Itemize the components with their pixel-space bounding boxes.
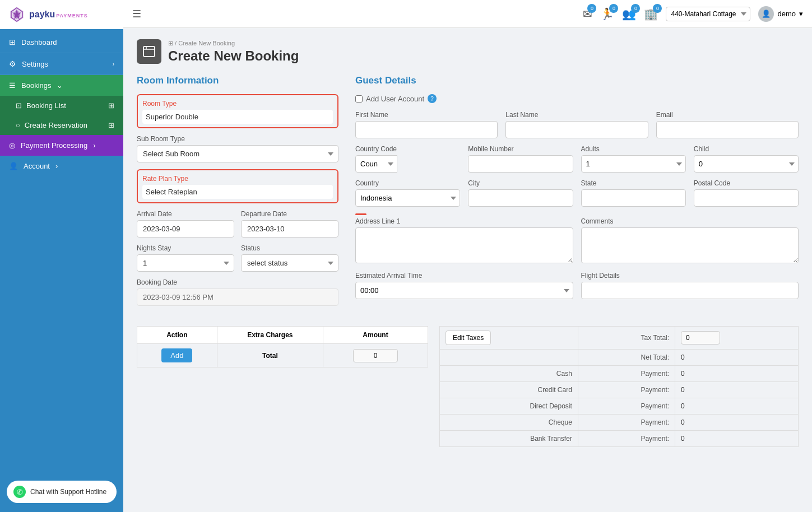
logo: payku PAYMENTS xyxy=(0,0,123,29)
bookings-icon: ☰ xyxy=(9,81,16,90)
sub-room-group: Sub Room Type Select Sub Room xyxy=(137,135,338,162)
nights-label: Nights Stay xyxy=(137,244,234,252)
adults-select[interactable]: 1 xyxy=(581,155,686,173)
comments-textarea[interactable] xyxy=(581,227,799,263)
settings-icon: ⚙ xyxy=(9,59,16,68)
state-input[interactable] xyxy=(581,189,686,207)
add-button[interactable]: Add xyxy=(161,348,192,362)
add-user-row: Add User Account ? xyxy=(355,94,799,103)
tax-total-input[interactable] xyxy=(681,331,720,345)
deposit-type: Direct Deposit xyxy=(440,398,578,415)
rate-plan-label: Rate Plan Type xyxy=(142,175,333,183)
deposit-label: Payment: xyxy=(578,398,675,415)
table-row: Add Total xyxy=(137,344,428,367)
nights-group: Nights Stay 1 xyxy=(137,244,234,272)
departure-input[interactable] xyxy=(241,220,338,238)
room-type-select[interactable]: Superior Double xyxy=(142,110,333,124)
address-textarea[interactable] xyxy=(355,227,573,263)
cheque-label: Payment: xyxy=(578,415,675,431)
chat-support-label: Chat with Support Hotline xyxy=(30,488,106,496)
edit-taxes-cell: Edit Taxes xyxy=(440,327,578,350)
hamburger-icon[interactable]: ☰ xyxy=(132,8,141,20)
sidebar-item-account[interactable]: 👤 Account › xyxy=(0,156,123,176)
est-arrival-label: Estimated Arrival Time xyxy=(355,272,573,280)
sidebar-bookings-label: Bookings xyxy=(21,81,51,90)
notification-group-icon[interactable]: 👥 0 xyxy=(622,7,636,21)
status-select[interactable]: select status xyxy=(241,254,338,272)
add-user-label: Add User Account xyxy=(366,95,424,103)
notification-users-icon[interactable]: 🏃 0 xyxy=(600,7,614,21)
departure-label: Departure Date xyxy=(241,210,338,218)
bank-label: Payment: xyxy=(578,431,675,447)
page-icon xyxy=(137,39,161,64)
dates-row: Arrival Date Departure Date xyxy=(137,210,338,244)
payment-taxes-row: Edit Taxes Tax Total: xyxy=(440,327,799,350)
postal-input[interactable] xyxy=(694,189,799,207)
cc-label: Payment: xyxy=(578,382,675,398)
country-code-select[interactable]: Coun xyxy=(355,155,397,173)
child-select[interactable]: 0 xyxy=(694,155,799,173)
mobile-label: Mobile Number xyxy=(468,145,573,153)
breadcrumb-link[interactable]: ⊞ xyxy=(168,40,173,46)
city-input[interactable] xyxy=(468,189,573,207)
arrival-input[interactable] xyxy=(137,220,234,238)
sidebar-item-payment[interactable]: ◎ Payment Processing › xyxy=(0,135,123,156)
est-arrival-select[interactable]: 00:00 xyxy=(355,282,573,299)
notification-bell-icon[interactable]: ✉ 0 xyxy=(583,7,592,21)
cash-value: 0 xyxy=(675,366,799,382)
sidebar-item-dashboard[interactable]: ⊞ Dashboard xyxy=(0,31,123,53)
sidebar-payment-label: Payment Processing xyxy=(21,141,87,150)
adults-label: Adults xyxy=(581,145,686,153)
rate-plan-select[interactable]: Select Rateplan xyxy=(142,185,333,199)
payment-icon: ◎ xyxy=(9,141,15,150)
settings-arrow-icon: › xyxy=(113,61,114,67)
sidebar-dashboard-label: Dashboard xyxy=(21,38,57,46)
room-type-group: Room Type Superior Double xyxy=(137,94,338,128)
sidebar-item-bookings[interactable]: ☰ Bookings ⌄ xyxy=(0,75,123,96)
charges-total-label: Total xyxy=(262,352,278,360)
tax-total-label: Tax Total: xyxy=(578,327,675,350)
first-name-input[interactable] xyxy=(355,121,498,138)
sidebar-item-create-reservation[interactable]: ○ Create Reservation ⊞ xyxy=(0,115,123,135)
departure-group: Departure Date xyxy=(241,210,338,238)
sidebar-item-settings[interactable]: ⚙ Settings › xyxy=(0,53,123,75)
brand-name: payku xyxy=(29,10,55,20)
child-group: Child 0 xyxy=(694,145,799,173)
flight-input[interactable] xyxy=(581,282,799,299)
add-user-checkbox[interactable] xyxy=(355,95,363,103)
chat-support-button[interactable]: ✆ Chat with Support Hotline xyxy=(7,481,117,503)
booking-date-input xyxy=(137,288,338,306)
deposit-payment-row: Direct Deposit Payment: 0 xyxy=(440,398,799,415)
status-group: Status select status xyxy=(241,244,338,272)
payment-table: Edit Taxes Tax Total: Net Total: 0 xyxy=(439,326,799,447)
notification-building-icon[interactable]: 🏢 0 xyxy=(644,7,658,21)
main-content: ⊞ / Create New Booking Create New Bookin… xyxy=(123,28,812,512)
info-icon[interactable]: ? xyxy=(428,94,437,103)
first-name-group: First Name xyxy=(355,111,498,138)
property-select[interactable]: 440-Matahari Cottage xyxy=(666,7,750,21)
last-name-input[interactable] xyxy=(505,121,648,138)
country-select[interactable]: Indonesia xyxy=(355,189,460,207)
city-group: City xyxy=(468,179,573,207)
create-res-icon: ○ xyxy=(16,121,20,129)
arrival-label: Arrival Date xyxy=(137,210,234,218)
account-icon: 👤 xyxy=(9,162,18,170)
mobile-input[interactable] xyxy=(468,155,573,173)
arrival-time-row: Estimated Arrival Time 00:00 Flight Deta… xyxy=(355,272,799,299)
edit-taxes-button[interactable]: Edit Taxes xyxy=(446,331,491,345)
sub-room-select[interactable]: Select Sub Room xyxy=(137,145,338,162)
net-total-value: 0 xyxy=(675,350,799,366)
user-menu[interactable]: 👤 demo ▾ xyxy=(758,6,803,22)
form-main-row: Room Information Room Type Superior Doub… xyxy=(137,75,799,313)
sidebar-item-booking-list[interactable]: ⊡ Booking List ⊞ xyxy=(0,96,123,115)
booking-date-label: Booking Date xyxy=(137,278,338,286)
country-group: Country Indonesia xyxy=(355,179,460,207)
charges-total-input[interactable] xyxy=(353,349,398,362)
svg-rect-4 xyxy=(143,46,155,57)
guest-details-section: Guest Details Add User Account ? First N… xyxy=(355,75,799,313)
email-input[interactable] xyxy=(656,121,799,138)
nights-select[interactable]: 1 xyxy=(137,254,234,272)
sidebar: payku PAYMENTS ⊞ Dashboard ⚙ Settings › … xyxy=(0,0,123,512)
charges-table: Action Extra Charges Amount Add Total xyxy=(137,326,428,367)
sub-room-label: Sub Room Type xyxy=(137,135,338,143)
